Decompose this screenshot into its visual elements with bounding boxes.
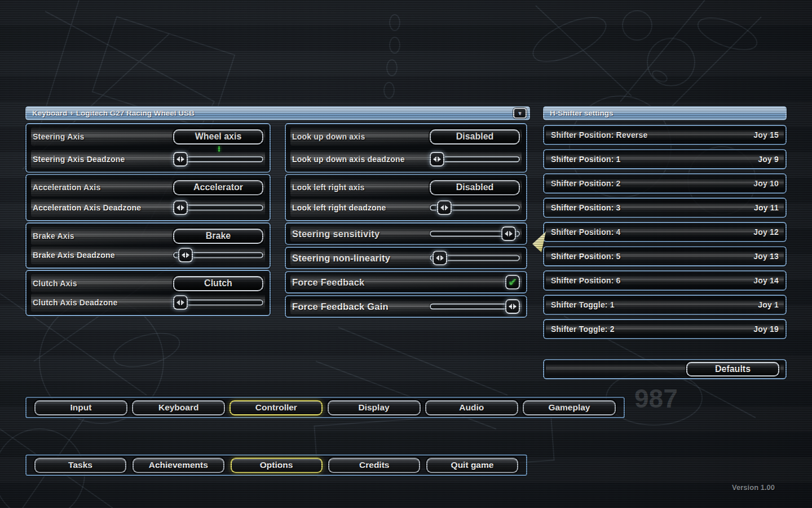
slider-handle[interactable] xyxy=(433,251,447,265)
tab-input[interactable]: Input xyxy=(34,400,127,415)
shifter-binding-row[interactable]: Shifter Position: 2 Joy 10 xyxy=(543,173,787,194)
look-leftright-deadzone-slider[interactable] xyxy=(430,200,520,216)
slider-arrows-icon xyxy=(176,300,180,305)
setting-row: Steering sensitivity xyxy=(290,226,522,242)
slider-arrows-icon xyxy=(509,231,513,237)
menu-achievements[interactable]: Achievements xyxy=(133,458,224,473)
menu-quit-game[interactable]: Quit game xyxy=(426,458,518,473)
binding-label: Shifter Position: 6 xyxy=(551,276,621,285)
slider-arrows-icon xyxy=(509,304,512,309)
setting-label: Force Feedback Gain xyxy=(292,301,389,312)
slider-handle[interactable] xyxy=(173,152,188,167)
setting-row: Steering Axis Deadzone xyxy=(31,150,265,168)
binding-label: Shifter Position: 2 xyxy=(551,179,621,188)
device-dropdown-button[interactable]: ▼ xyxy=(513,108,527,119)
slider-arrows-icon xyxy=(513,304,517,309)
slider-arrows-icon xyxy=(505,231,508,237)
tab-audio[interactable]: Audio xyxy=(425,400,518,415)
tab-display[interactable]: Display xyxy=(328,400,421,415)
device-selector-header[interactable]: Keyboard + Logitech G27 Racing Wheel USB… xyxy=(25,106,530,120)
setting-row: Brake Axis Deadzone xyxy=(31,246,265,264)
slider-arrows-icon xyxy=(440,255,444,261)
setting-label: Steering Axis Deadzone xyxy=(33,155,125,164)
slider-arrows-icon xyxy=(176,205,180,211)
tab-keyboard[interactable]: Keyboard xyxy=(132,400,225,415)
slider-handle[interactable] xyxy=(430,152,444,167)
slider-arrows-icon xyxy=(445,205,448,211)
shifter-binding-row[interactable]: Shifter Position: 3 Joy 11 xyxy=(543,198,787,218)
slider-handle[interactable] xyxy=(501,226,516,241)
setting-label: Clutch Axis Deadzone xyxy=(33,298,118,307)
slider-arrows-icon xyxy=(176,156,180,162)
slider-arrows-icon xyxy=(433,156,436,162)
setting-label: Steering non-linearity xyxy=(292,253,390,264)
brake-axis-section: Brake Axis Brake Brake Axis Deadzone xyxy=(25,222,271,269)
setting-row: Force Feedback Gain xyxy=(290,299,522,314)
binding-label: Shifter Position: 4 xyxy=(551,227,621,237)
clutch-axis-section: Clutch Axis Clutch Clutch Axis Deadzone xyxy=(25,270,271,316)
shifter-binding-row[interactable]: Shifter Position: 1 Joy 9 xyxy=(543,149,787,169)
slider-arrows-icon xyxy=(182,252,185,258)
setting-label: Look up down axis deadzone xyxy=(292,155,405,164)
binding-value: Joy 1 xyxy=(758,300,779,309)
binding-label: Shifter Toggle: 1 xyxy=(551,300,615,309)
setting-label: Force Feedback xyxy=(292,277,364,288)
steering-sensitivity-section: Steering sensitivity xyxy=(285,222,527,245)
settings-tab-bar: Input Keyboard Controller Display Audio … xyxy=(25,397,625,418)
setting-row: Acceleration Axis Accelerator xyxy=(31,178,265,196)
clutch-deadzone-slider[interactable] xyxy=(173,295,263,310)
menu-tasks[interactable]: Tasks xyxy=(34,458,126,473)
slider-arrows-icon xyxy=(181,205,184,211)
acceleration-axis-section: Acceleration Axis Accelerator Accelerati… xyxy=(25,174,271,221)
h-shifter-header: H-Shifter settings xyxy=(543,106,787,120)
shifter-binding-row[interactable]: Shifter Position: 5 Joy 13 xyxy=(543,246,787,266)
shifter-binding-row[interactable]: Shifter Position: 6 Joy 14 xyxy=(543,270,787,291)
binding-label: Shifter Position: 3 xyxy=(551,203,621,212)
shifter-binding-row[interactable]: Shifter Position: Reverse Joy 15 xyxy=(543,125,787,145)
binding-value: Joy 14 xyxy=(753,276,779,285)
brake-deadzone-slider[interactable] xyxy=(173,248,263,263)
shifter-binding-row[interactable]: Shifter Position: 4 Joy 12 xyxy=(543,222,787,242)
look-updown-deadzone-slider[interactable] xyxy=(430,152,520,167)
steering-nonlinearity-slider[interactable] xyxy=(430,251,520,266)
steering-sensitivity-slider[interactable] xyxy=(430,226,520,242)
look-leftright-section: Look left right axis Disabled Look left … xyxy=(285,174,527,221)
menu-credits[interactable]: Credits xyxy=(328,458,420,473)
binding-value: Joy 15 xyxy=(753,130,779,139)
force-feedback-gain-slider[interactable] xyxy=(430,299,520,314)
steering-deadzone-slider[interactable] xyxy=(173,152,263,167)
clutch-axis-button[interactable]: Clutch xyxy=(173,276,263,291)
defaults-row: Defaults xyxy=(543,359,787,379)
slider-handle[interactable] xyxy=(437,200,452,215)
force-feedback-section: Force Feedback ✔ xyxy=(285,271,527,294)
binding-value: Joy 19 xyxy=(753,325,779,334)
slider-handle[interactable] xyxy=(173,295,188,310)
force-feedback-checkbox[interactable]: ✔ xyxy=(505,275,520,290)
shifter-binding-row[interactable]: Shifter Toggle: 2 Joy 19 xyxy=(543,319,787,339)
slider-handle[interactable] xyxy=(505,299,520,314)
tab-gameplay[interactable]: Gameplay xyxy=(523,400,616,415)
h-shifter-title: H-Shifter settings xyxy=(550,109,614,117)
menu-options[interactable]: Options xyxy=(231,458,323,473)
shifter-binding-row[interactable]: Shifter Toggle: 1 Joy 1 xyxy=(543,295,787,315)
binding-label: Shifter Position: 5 xyxy=(551,252,621,261)
setting-row: Clutch Axis Deadzone xyxy=(31,294,265,312)
setting-row: Steering non-linearity xyxy=(290,251,522,266)
tab-controller[interactable]: Controller xyxy=(230,400,323,415)
look-leftright-axis-button[interactable]: Disabled xyxy=(430,180,520,195)
slider-arrows-icon xyxy=(186,252,189,258)
brake-axis-button[interactable]: Brake xyxy=(173,229,263,244)
slider-handle[interactable] xyxy=(178,248,193,262)
slider-handle[interactable] xyxy=(173,200,188,215)
acceleration-axis-button[interactable]: Accelerator xyxy=(173,180,263,195)
setting-label: Look left right axis xyxy=(292,183,364,192)
acceleration-deadzone-slider[interactable] xyxy=(173,200,263,216)
steering-axis-button[interactable]: Wheel axis xyxy=(173,129,263,144)
setting-label: Steering sensitivity xyxy=(292,229,379,239)
setting-row: Look up down axis deadzone xyxy=(290,150,522,168)
steering-axis-section: Steering Axis Wheel axis Steering Axis D… xyxy=(25,123,271,173)
binding-value: Joy 13 xyxy=(753,252,779,261)
slider-arrows-icon xyxy=(436,255,439,261)
defaults-button[interactable]: Defaults xyxy=(686,362,779,376)
look-updown-axis-button[interactable]: Disabled xyxy=(430,129,520,144)
